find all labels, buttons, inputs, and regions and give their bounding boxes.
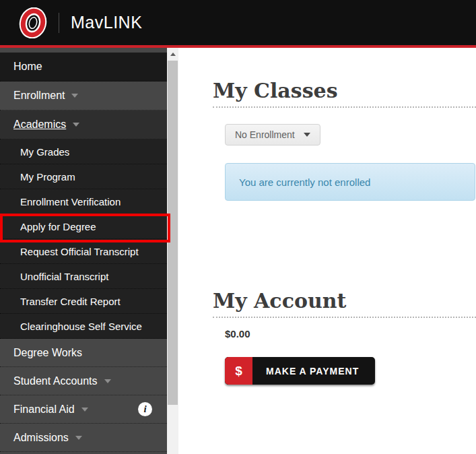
sidebar-item-my-grades[interactable]: My Grades (0, 139, 167, 164)
scrollbar-up-button[interactable] (167, 48, 178, 60)
make-payment-button[interactable]: $ MAKE A PAYMENT (225, 357, 375, 385)
make-payment-label: MAKE A PAYMENT (252, 357, 375, 385)
chevron-down-icon (81, 408, 88, 412)
my-account-heading-row: My Account (213, 290, 476, 318)
sidebar-item-enrollment-verification[interactable]: Enrollment Verification (0, 189, 167, 214)
my-account-section: My Account $0.00 $ MAKE A PAYMENT (213, 290, 476, 385)
sidebar-item-label: Degree Works (13, 347, 82, 359)
chevron-down-icon (73, 123, 79, 127)
sidebar-item-degree-works[interactable]: Degree Works (0, 339, 167, 367)
my-classes-title: My Classes (213, 79, 476, 102)
dollar-icon: $ (225, 357, 252, 385)
sidebar-item-label: My Program (20, 171, 75, 183)
sidebar-item-label: Financial Aid (13, 403, 75, 416)
term-dropdown-value: No Enrollment (235, 129, 295, 140)
term-dropdown[interactable]: No Enrollment (225, 124, 320, 145)
sidebar-item-transfer-credit-report[interactable]: Transfer Credit Report (0, 289, 167, 314)
chevron-down-icon (71, 94, 78, 98)
page-layout: Home Enrollment Academics My Grades My P… (0, 48, 476, 454)
my-classes-heading-row: My Classes (213, 79, 476, 108)
sidebar-item-financial-aid[interactable]: Financial Aid i (0, 395, 167, 424)
not-enrolled-alert-text: You are currently not enrolled (239, 176, 370, 188)
sidebar-item-label: Admissions (13, 432, 69, 444)
chevron-down-icon (304, 133, 310, 137)
sidebar-item-label: Student Accounts (13, 375, 98, 387)
sidebar-scrollbar[interactable] (167, 48, 178, 454)
sidebar-item-label: Home (13, 61, 42, 73)
info-icon[interactable]: i (138, 402, 152, 416)
arrow-up-icon (170, 53, 176, 56)
my-classes-section: My Classes No Enrollment You are current… (213, 79, 476, 201)
sidebar-nav: Home Enrollment Academics My Grades My P… (0, 48, 167, 454)
chevron-down-icon (75, 436, 82, 440)
sidebar-item-label: My Grades (20, 146, 69, 158)
app-title: MavLINK (71, 13, 142, 32)
sidebar-item-unofficial-transcript[interactable]: Unofficial Transcript (0, 264, 167, 289)
sidebar-item-label: Enrollment (13, 90, 65, 102)
sidebar-item-label: Enrollment Verification (20, 196, 121, 207)
sidebar-item-label: Request Official Transcript (20, 246, 139, 257)
scrollbar-thumb[interactable] (168, 61, 178, 405)
sidebar-item-clearinghouse-self-service[interactable]: Clearinghouse Self Service (0, 314, 167, 339)
chevron-down-icon (104, 379, 111, 383)
sidebar-item-label: Clearinghouse Self Service (20, 321, 142, 332)
sidebar-item-request-official-transcript[interactable]: Request Official Transcript (0, 239, 167, 264)
uno-o-logo-icon (18, 7, 48, 38)
not-enrolled-alert: You are currently not enrolled (225, 163, 475, 201)
sidebar-item-academics[interactable]: Academics (0, 110, 167, 139)
sidebar-item-home[interactable]: Home (0, 53, 167, 82)
sidebar-item-enrollment[interactable]: Enrollment (0, 82, 167, 110)
sidebar-item-admissions[interactable]: Admissions (0, 424, 167, 452)
main-content: My Classes No Enrollment You are current… (178, 48, 476, 454)
sidebar-item-label: Apply for Degree (20, 221, 96, 232)
sidebar-item-label: Academics (13, 119, 66, 131)
app-header: MavLINK (0, 0, 476, 48)
sidebar-item-my-program[interactable]: My Program (0, 164, 167, 189)
sidebar-item-student-accounts[interactable]: Student Accounts (0, 367, 167, 395)
sidebar-item-label: Unofficial Transcript (20, 271, 108, 282)
my-account-title: My Account (213, 290, 476, 312)
sidebar-item-label: Transfer Credit Report (20, 296, 121, 307)
header-divider (59, 13, 59, 33)
sidebar-item-apply-for-degree[interactable]: Apply for Degree (0, 214, 167, 239)
account-balance: $0.00 (225, 328, 476, 339)
